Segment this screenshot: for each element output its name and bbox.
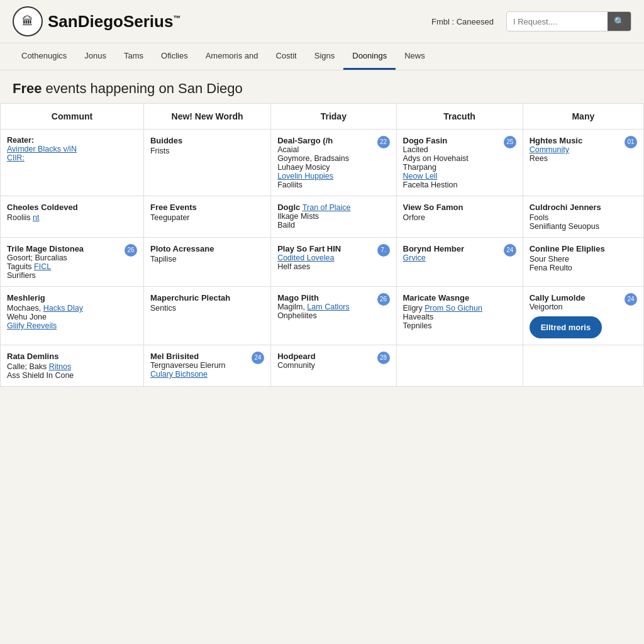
elltred-moris-button[interactable]: Elltred moris xyxy=(530,316,602,338)
link-cilr[interactable]: CIlR: xyxy=(7,153,25,162)
search-button[interactable]: 🔍 xyxy=(608,12,631,31)
header-middle-text: Fmbl : Caneesed xyxy=(431,17,494,26)
logo-text: SanDiegoSerius™ xyxy=(48,12,180,31)
header: 🏛 SanDiegoSerius™ Fmbl : Caneesed 🔍 xyxy=(0,0,644,43)
nav-item-doonings[interactable]: Doonings xyxy=(343,43,396,70)
link-ficl[interactable]: FICL xyxy=(34,262,51,271)
col-header-new-wordh: New! New Wordh xyxy=(143,104,270,130)
cell-r1-c1: Reater: Avimder Blacks v/iN CIlR: xyxy=(1,130,144,196)
nav-item-costit[interactable]: Costit xyxy=(267,43,305,70)
link-neow[interactable]: Neow Lell xyxy=(403,172,438,180)
nav-item-jonus[interactable]: Jonus xyxy=(75,43,115,70)
table-row: Meshlerig Mochaes, Hacks Dlay Wehu Jone … xyxy=(1,287,644,345)
col-header-triday: Triday xyxy=(271,104,396,130)
table-row: Reater: Avimder Blacks v/iN CIlR: Buidde… xyxy=(1,130,644,196)
nav-item-signs[interactable]: Signs xyxy=(306,43,344,70)
link-gliify[interactable]: Gliify Reeveils xyxy=(7,321,57,330)
link-codited[interactable]: Codited Lovelea xyxy=(277,253,334,262)
link-rooliis-nt[interactable]: nt xyxy=(33,213,39,222)
cell-r2-c5: Culdrochi Jenners Fools Seniifiantg Seuo… xyxy=(523,196,643,238)
nav-item-tams[interactable]: Tams xyxy=(115,43,152,70)
cell-r4-c3: Mago Piith26 Magilm, Lam Catlors Onpheli… xyxy=(271,287,396,345)
cell-r2-c3: Doglc Tran of Plaice Ilkage Mists Baild xyxy=(271,196,396,238)
nav-item-amemoris[interactable]: Amemoris and xyxy=(197,43,267,70)
cell-r3-c3: Play So Fart HIN7. Codited Lovelea Helf … xyxy=(271,238,396,287)
cell-r3-c5: Conline Ple Eliplies Sour Shere Fena Reu… xyxy=(523,238,643,287)
nav-item-news[interactable]: News xyxy=(396,43,434,70)
col-header-many: Many xyxy=(523,104,643,130)
search-bar: 🔍 xyxy=(506,11,631,31)
cell-r1-c3: Deal-Sargo (/h22 Acaial Goymore, Bradsai… xyxy=(271,130,396,196)
page-title: Free events happening on San Diego xyxy=(0,70,644,103)
main-nav: Cothenugics Jonus Tams Oficlies Amemoris… xyxy=(0,43,644,70)
cell-r2-c4: View So Famon Orfore xyxy=(396,196,523,238)
cell-r1-c4: Dogo Fasin25 Lacited Adys on Hovehaist T… xyxy=(396,130,523,196)
cell-r5-c5 xyxy=(523,345,643,387)
col-header-communt: Communt xyxy=(1,104,144,130)
cell-r5-c1: Rata Demlins Calle; Baks Ritnos Ass Shie… xyxy=(1,345,144,387)
link-grvice[interactable]: Grvice xyxy=(403,253,426,262)
link-hacks[interactable]: Hacks Dlay xyxy=(43,304,83,313)
logo-area: 🏛 SanDiegoSerius™ xyxy=(13,6,180,36)
cell-r4-c1: Meshlerig Mochaes, Hacks Dlay Wehu Jone … xyxy=(1,287,144,345)
cell-r2-c1: Cheoles Coldeved Rooliis nt xyxy=(1,196,144,238)
table-row: Trile Mage Distonea26 Gosort; Burcalias … xyxy=(1,238,644,287)
link-community[interactable]: Community xyxy=(530,145,569,154)
link-avimder[interactable]: Avimder Blacks v/iN xyxy=(7,145,77,153)
cell-r5-c4 xyxy=(396,345,523,387)
nav-item-cothenugics[interactable]: Cothenugics xyxy=(13,43,75,70)
nav-item-oficlies[interactable]: Oficlies xyxy=(152,43,197,70)
link-lovelin[interactable]: Lovelin Huppies xyxy=(277,172,333,180)
link-ritnos[interactable]: Ritnos xyxy=(49,362,71,371)
link-lam[interactable]: Lam Catlors xyxy=(307,303,349,311)
link-tran[interactable]: Tran of Plaice xyxy=(303,203,351,212)
cell-r3-c2: Ploto Acressane Tapilise xyxy=(143,238,270,287)
table-row: Rata Demlins Calle; Baks Ritnos Ass Shie… xyxy=(1,345,644,387)
table-row: Cheoles Coldeved Rooliis nt Free Events … xyxy=(1,196,644,238)
link-prom[interactable]: Prom So Gichun xyxy=(425,304,482,313)
cell-r4-c5: Cally Lumolde24 Veigorton Elltred moris xyxy=(523,287,643,345)
cell-r1-c5: Hghtes Music01 Community Rees xyxy=(523,130,643,196)
cell-r3-c1: Trile Mage Distonea26 Gosort; Burcalias … xyxy=(1,238,144,287)
cell-r4-c4: Maricate Wasnge Eligry Prom So Gichun Ha… xyxy=(396,287,523,345)
search-input[interactable] xyxy=(507,13,608,30)
col-header-tracuth: Tracuth xyxy=(396,104,523,130)
cell-r1-c2: Buiddes Frists xyxy=(143,130,270,196)
cell-r3-c4: Borynd Hember24 Grvice xyxy=(396,238,523,287)
events-table: Communt New! New Wordh Triday Tracuth Ma… xyxy=(0,103,644,387)
link-culary[interactable]: Culary Bichsone xyxy=(150,370,208,379)
cell-r5-c3: Hodpeard28 Comnunity xyxy=(271,345,396,387)
logo-icon: 🏛 xyxy=(13,6,43,36)
cell-r2-c2: Free Events Teegupater xyxy=(143,196,270,238)
cell-r5-c2: Mel Briisited24 Tergnaverseu Elerurn Cul… xyxy=(143,345,270,387)
cell-r4-c2: Maperchuric Plectah Sentics xyxy=(143,287,270,345)
